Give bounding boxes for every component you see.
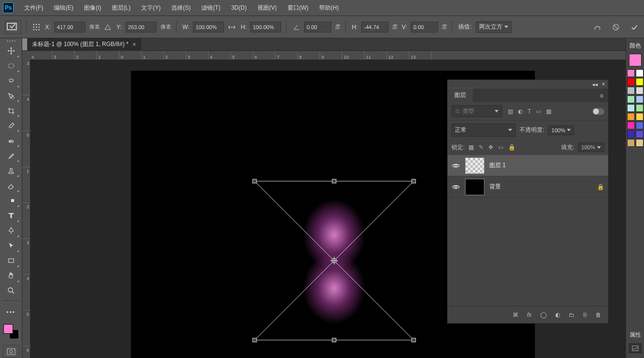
menu-filter[interactable]: 滤镜(T) [196,2,225,14]
tool-type[interactable] [2,209,20,223]
adjustment-icon[interactable]: ◐ [555,311,560,318]
document-tab-close-icon[interactable]: × [132,41,136,48]
document-tab[interactable]: 未标题-1 @ 100% (图层 1, RGB/8#) * × [27,38,141,51]
filter-toggle[interactable] [593,108,604,115]
opacity-input[interactable]: 100% [548,125,574,135]
swatch[interactable] [636,104,644,112]
visibility-toggle-icon[interactable] [451,161,460,170]
fg-color-swatch[interactable] [3,324,13,334]
color-panel-label[interactable]: 颜色 [626,38,644,53]
tool-healing[interactable] [2,134,20,148]
filter-type-icon[interactable]: T [528,108,531,115]
menu-image[interactable]: 图像(I) [79,2,106,14]
fill-input[interactable]: 100% [578,142,604,152]
swatch[interactable] [627,139,635,147]
fg-bg-swatches[interactable] [3,324,19,339]
shear-h-input[interactable] [361,22,388,32]
layer-name[interactable]: 背景 [489,183,501,191]
swatch[interactable] [627,78,635,86]
layer-name[interactable]: 图层 1 [489,161,506,170]
x-input[interactable] [54,22,85,32]
shear-v-input[interactable] [411,22,438,32]
blend-mode-dropdown[interactable]: 正常 [451,124,515,137]
layer-filter-dropdown[interactable]: 类型 [451,105,502,117]
tool-hand[interactable] [2,269,20,283]
menu-layer[interactable]: 图层(L) [107,2,136,14]
menu-edit[interactable]: 编辑(E) [49,2,78,14]
filter-smart-icon[interactable]: ▦ [546,108,551,115]
swatch[interactable] [636,87,644,94]
h-input[interactable] [250,22,281,32]
ruler-horizontal[interactable]: 4321012345678910111213 [30,51,626,60]
lock-all-icon[interactable]: 🔒 [508,144,515,151]
delete-layer-icon[interactable]: 🗑 [596,311,601,318]
filter-adjust-icon[interactable]: ◐ [518,108,523,115]
triangle-icon[interactable] [103,22,113,32]
swatch[interactable] [636,130,644,138]
ruler-origin[interactable] [22,51,30,60]
lock-paint-icon[interactable]: ✎ [479,144,483,151]
lock-artboard-icon[interactable]: ▭ [498,144,503,151]
w-input[interactable] [193,22,224,32]
tool-zoom[interactable] [2,284,20,298]
link-layers-icon[interactable]: ⌘ [513,311,518,318]
menu-view[interactable]: 视图(V) [253,2,282,14]
tool-gradient[interactable] [2,194,20,208]
mask-icon[interactable]: ◯ [540,311,547,318]
properties-panel-label[interactable]: 属性 [626,328,644,342]
tool-move[interactable] [2,44,20,58]
properties-thumb-icon[interactable] [629,343,642,353]
tool-preset-picker[interactable] [5,20,21,34]
swatch[interactable] [636,69,644,77]
tool-path-select[interactable] [2,239,20,253]
menu-select[interactable]: 选择(S) [166,2,195,14]
tool-crop[interactable] [2,104,20,118]
swatch[interactable] [627,95,635,103]
lock-transparency-icon[interactable]: ▩ [468,144,474,151]
rotate-input[interactable] [304,22,331,32]
visibility-toggle-icon[interactable] [451,183,460,191]
tool-lasso[interactable] [2,74,20,88]
ruler-vertical[interactable]: 345123456789 [22,60,30,358]
toolbox-drag-handle[interactable] [7,40,16,43]
tool-marquee[interactable] [2,59,20,73]
swatch[interactable] [627,130,635,138]
quick-mask-toggle[interactable] [3,345,19,358]
menu-type[interactable]: 文字(Y) [136,2,165,14]
link-icon[interactable] [227,22,237,32]
interp-dropdown[interactable]: 两次立方 [476,21,512,33]
group-icon[interactable]: 🗀 [569,311,575,318]
tool-eraser[interactable] [2,179,20,193]
layer-thumbnail[interactable] [465,157,484,174]
current-color-swatch[interactable] [629,54,642,66]
tool-stamp[interactable] [2,164,20,178]
swatch[interactable] [627,87,635,94]
y-input[interactable] [126,22,157,32]
filter-image-icon[interactable]: ▧ [508,108,513,115]
tool-eyedropper[interactable] [2,119,20,133]
cancel-icon[interactable] [611,22,621,32]
swatch[interactable] [636,139,644,147]
menu-3d[interactable]: 3D(D) [226,2,252,13]
swatch[interactable] [627,104,635,112]
close-panel-icon[interactable]: × [602,81,605,88]
tool-brush[interactable] [2,149,20,163]
tool-rectangle[interactable] [2,254,20,268]
panel-menu-icon[interactable]: ≡ [595,90,608,102]
swatch[interactable] [627,69,635,77]
swatch[interactable] [636,78,644,86]
filter-shape-icon[interactable]: ▭ [536,108,541,115]
tool-pen[interactable] [2,224,20,238]
commit-icon[interactable] [629,22,639,32]
new-layer-icon[interactable]: ⎘ [583,311,587,318]
fx-icon[interactable]: fx [527,311,531,318]
swatch[interactable] [636,122,644,129]
layers-tab[interactable]: 图层 [448,88,473,102]
swatch[interactable] [627,122,635,129]
tool-edit-toolbar[interactable]: ••• [2,305,20,319]
swatch[interactable] [636,95,644,103]
warp-icon[interactable] [593,22,602,32]
tool-quick-select[interactable] [2,89,20,103]
menu-help[interactable]: 帮助(H) [314,2,344,14]
reference-point-icon[interactable] [32,22,41,32]
